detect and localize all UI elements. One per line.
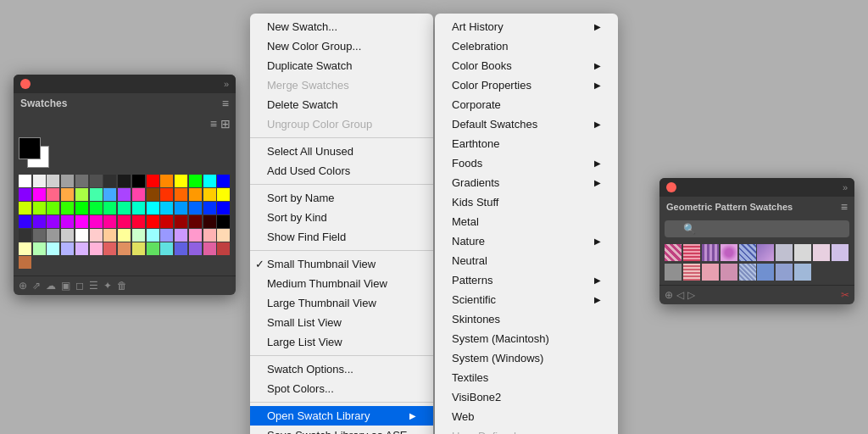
swatch-cell[interactable]: [33, 242, 46, 255]
menu-item[interactable]: Show Find Field: [250, 227, 433, 247]
cloud-icon[interactable]: ☁: [46, 280, 56, 292]
menu-item[interactable]: Patterns▶: [435, 270, 618, 290]
star-icon[interactable]: ✦: [103, 280, 112, 292]
swatch-cell[interactable]: [61, 188, 74, 201]
menu-item[interactable]: Web: [435, 407, 618, 426]
swatch-cell[interactable]: [132, 202, 145, 214]
swatch-cell[interactable]: [160, 175, 173, 187]
menu-item[interactable]: Nature▶: [435, 231, 618, 251]
menu-item[interactable]: Celebration: [435, 36, 618, 56]
swatch-cell[interactable]: [118, 229, 131, 242]
swatch-cell[interactable]: [47, 242, 59, 255]
menu-item[interactable]: Corporate: [435, 95, 618, 114]
geo-swatch-cell[interactable]: [776, 264, 793, 281]
swatch-cell[interactable]: [19, 188, 31, 201]
geo-swatch-cell[interactable]: [757, 264, 774, 281]
geo-swatch-cell[interactable]: [683, 244, 700, 261]
list-view-button[interactable]: ≡: [210, 117, 217, 131]
swatch-cell[interactable]: [90, 229, 103, 242]
geo-close-button[interactable]: [666, 182, 676, 192]
swatch-cell[interactable]: [33, 229, 46, 242]
swatch-cell[interactable]: [19, 202, 31, 214]
menu-item[interactable]: Open Swatch Library▶: [250, 406, 433, 426]
swatch-cell[interactable]: [147, 202, 159, 214]
swatch-cell[interactable]: [61, 175, 74, 187]
swatch-cell[interactable]: [132, 188, 145, 201]
swatch-cell[interactable]: [189, 242, 202, 255]
geo-swatch-cell[interactable]: [739, 244, 756, 261]
swatch-cell[interactable]: [90, 188, 103, 201]
menu-item[interactable]: Small Thumbnail View: [250, 254, 433, 274]
geo-swatch-cell[interactable]: [665, 264, 682, 281]
swatch-cell[interactable]: [160, 215, 173, 228]
move-icon[interactable]: ⇗: [32, 280, 41, 292]
swatch-cell[interactable]: [103, 229, 116, 242]
menu-item[interactable]: Foods▶: [435, 153, 618, 173]
swatch-cell[interactable]: [203, 175, 216, 187]
swatch-cell[interactable]: [75, 175, 88, 187]
swatch-cell[interactable]: [175, 175, 187, 187]
swatch-cell[interactable]: [118, 175, 131, 187]
swatch-cell[interactable]: [147, 215, 159, 228]
swatch-cell[interactable]: [33, 175, 46, 187]
swatch-cell[interactable]: [217, 202, 230, 214]
menu-item[interactable]: New Color Group...: [250, 36, 433, 56]
geo-swatch-cell[interactable]: [721, 264, 737, 281]
menu-item[interactable]: VisiBone2: [435, 387, 618, 407]
swatch-cell[interactable]: [147, 188, 159, 201]
panel-close-button[interactable]: [20, 79, 31, 89]
swatch-cell[interactable]: [118, 215, 131, 228]
swatch-cell[interactable]: [147, 175, 159, 187]
swatch-cell[interactable]: [33, 215, 46, 228]
folder-icon[interactable]: ◻: [75, 280, 84, 292]
panel-collapse-button[interactable]: »: [224, 79, 229, 89]
swatch-cell[interactable]: [189, 229, 202, 242]
library-icon[interactable]: ▣: [61, 280, 70, 292]
menu-item[interactable]: Swatch Options...: [250, 359, 433, 379]
geo-next-icon[interactable]: ▷: [687, 289, 695, 301]
swatch-cell[interactable]: [175, 229, 187, 242]
swatches-menu-icon[interactable]: ≡: [222, 97, 229, 110]
menu-item[interactable]: Save Swatch Library as ASE...: [250, 426, 433, 434]
swatch-cell[interactable]: [217, 215, 230, 228]
menu-item[interactable]: Earthtone: [435, 134, 618, 153]
swatch-cell[interactable]: [189, 202, 202, 214]
geo-swatch-cell[interactable]: [794, 244, 811, 261]
swatch-cell[interactable]: [75, 202, 88, 214]
geo-lib-icon[interactable]: ⊕: [665, 289, 673, 301]
swatch-cell[interactable]: [118, 242, 131, 255]
swatch-cell[interactable]: [160, 242, 173, 255]
geo-swatch-cell[interactable]: [776, 244, 793, 261]
swatch-cell[interactable]: [47, 215, 59, 228]
geo-swatch-cell[interactable]: [757, 244, 774, 261]
swatch-cell[interactable]: [132, 215, 145, 228]
menu-item[interactable]: Skintones: [435, 309, 618, 329]
swatch-cell[interactable]: [160, 229, 173, 242]
swatch-cell[interactable]: [90, 215, 103, 228]
menu-item[interactable]: Sort by Kind: [250, 208, 433, 227]
geo-swatch-cell[interactable]: [665, 244, 682, 261]
swatch-cell[interactable]: [33, 188, 46, 201]
menu-item[interactable]: Large Thumbnail View: [250, 293, 433, 313]
geo-search-input[interactable]: [665, 220, 849, 237]
geo-swatch-cell[interactable]: [813, 244, 830, 261]
geo-collapse-button[interactable]: »: [843, 182, 848, 192]
geo-delete-icon[interactable]: ✂: [841, 289, 849, 301]
geo-swatch-cell[interactable]: [702, 264, 719, 281]
delete-icon[interactable]: 🗑: [117, 280, 127, 292]
menu-item[interactable]: Medium Thumbnail View: [250, 274, 433, 293]
menu-item[interactable]: Color Books▶: [435, 56, 618, 75]
swatch-cell[interactable]: [203, 229, 216, 242]
swatch-cell[interactable]: [19, 215, 31, 228]
swatch-cell[interactable]: [147, 229, 159, 242]
swatch-cell[interactable]: [103, 215, 116, 228]
menu-item[interactable]: Metal: [435, 212, 618, 231]
swatch-cell[interactable]: [203, 242, 216, 255]
swatch-cell[interactable]: [175, 202, 187, 214]
swatch-cell[interactable]: [47, 229, 59, 242]
swatch-cell[interactable]: [103, 188, 116, 201]
grid-view-button[interactable]: ⊞: [220, 117, 231, 131]
swatch-cell[interactable]: [132, 175, 145, 187]
foreground-swatch[interactable]: [19, 137, 41, 159]
swatch-cell[interactable]: [47, 202, 59, 214]
